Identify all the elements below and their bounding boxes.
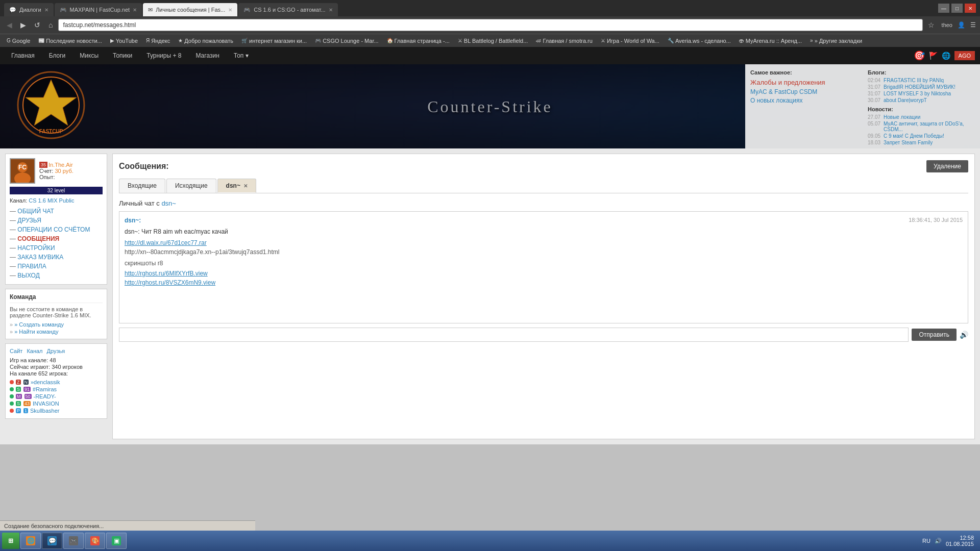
bookmark-star[interactable]: ☆ [928,21,935,29]
bookmark-item[interactable]: 🏎Главная / smotra.ru [532,37,596,45]
profile-icon[interactable]: 👤 [958,21,965,29]
bookmark-item[interactable]: GGoogle [3,37,34,45]
volume-icon[interactable]: 🔊 [935,538,942,544]
send-button[interactable]: Отправить [912,329,957,341]
bookmark-item[interactable]: 🏟MyArena.ru :: Аренд... [736,37,805,45]
bookmark-item[interactable]: »» Другие закладки [806,37,866,45]
complaints-link[interactable]: Жалобы и предложения [750,79,857,86]
sidebar-menu-item[interactable]: ОПЕРАЦИИ СО СЧЁТОМ [10,225,103,234]
sound-icon[interactable]: 🔊 [960,331,968,339]
taskbar-app-nvidia[interactable]: ▣ [106,533,127,549]
blog-link[interactable]: BrigadIR НОВЕЙШИЙ МУВИК! [884,84,955,90]
chat-link-4[interactable]: http://rghost.ru/8VSZX6mN9.view [125,279,963,286]
browser-tab-tab2[interactable]: 🎮MAXPAIN | FastCup.net✕ [55,3,142,16]
channel-panel-link[interactable]: Канал [27,348,42,354]
minimize-button[interactable]: — [938,4,949,13]
myac-link[interactable]: MyAC & FastCup CSDM [750,88,857,95]
chat-messages-box[interactable]: dsn~: 18:36:41, 30 Jul 2015 dsn~: Чит R8… [119,211,968,323]
news-link[interactable]: MyAC античит, защита от DDoS'а, CSDM... [884,121,975,132]
chat-input[interactable] [119,328,909,342]
bookmark-item[interactable]: ⚔Игра - World of Wa... [597,37,663,45]
bookmark-item[interactable]: 🏠Главная страница -... [383,37,453,45]
taskbar-app-paint[interactable]: 🎨 [85,533,105,549]
player-name[interactable]: #Ramiras [33,386,57,392]
sidebar-menu-link[interactable]: ОБЩИЙ ЧАТ [17,208,54,215]
blog-link[interactable]: FRAGTASTIC III by PANIq [884,78,944,83]
bookmark-item[interactable]: ▶YouTube [107,37,141,45]
tab-close-icon[interactable]: ✕ [44,7,48,13]
blog-link[interactable]: LOST MYSELF 3 by Niktоsha [884,91,951,96]
site-nav-item[interactable]: Турниры + 8 [140,49,187,62]
site-nav-item[interactable]: Миксы [74,49,105,62]
close-button[interactable]: ✕ [965,4,976,13]
site-nav-item[interactable]: Топ ▾ [228,49,255,62]
news-link[interactable]: С 9 мая! С Днем Победы! [884,133,944,139]
news-link[interactable]: Новые локации [884,114,920,120]
site-nav-item[interactable]: Топики [107,49,138,62]
bookmark-item[interactable]: 🔧Averia.ws - сделано... [664,37,734,45]
address-bar[interactable]: fastcup.net/messages.html [58,19,922,31]
home-button[interactable]: ⌂ [46,20,55,30]
sidebar-menu-item[interactable]: ДРУЗЬЯ [10,216,103,225]
tab-close-icon[interactable]: ✕ [228,7,232,13]
locations-link[interactable]: О новых локациях [750,97,857,104]
delete-button[interactable]: Удаление [926,160,968,172]
sidebar-menu-item[interactable]: ВЫХОД [10,271,103,280]
taskbar-app-cs[interactable]: 🎮 [63,533,84,549]
chat-partner-link[interactable]: dsn~ [161,199,176,207]
tab-close-icon[interactable]: ✕ [329,7,333,13]
sidebar-menu-item[interactable]: ОБЩИЙ ЧАТ [10,207,103,216]
browser-tab-tab1[interactable]: 💬Диалоги✕ [4,3,54,16]
sidebar-menu-link[interactable]: ЗАКАЗ МУВИКА [17,254,63,261]
bookmark-item[interactable]: 📰Последние новости... [35,37,106,45]
site-nav-item[interactable]: Магазин [189,49,225,62]
player-name[interactable]: Skullbasher [30,408,59,414]
news-link[interactable]: Запрет Steam Family [884,140,933,145]
taskbar-app-skype[interactable]: 💬 [42,533,62,549]
browser-tab-tab3[interactable]: ✉Личные сообщения | Fas...✕ [143,3,237,16]
tab-close-x[interactable]: ✕ [243,183,248,189]
sidebar-menu-item[interactable]: НАСТРОЙКИ [10,243,103,253]
menu-icon[interactable]: ☰ [970,21,976,29]
reload-button[interactable]: ↺ [32,20,43,30]
taskbar-app-explorer[interactable]: 🌐 [20,533,41,549]
sidebar-menu-link[interactable]: НАСТРОЙКИ [17,244,55,252]
cs-logo-icon[interactable]: 🎯 [914,50,925,61]
site-nav-item[interactable]: Блоги [43,49,72,62]
bookmark-item[interactable]: ЯЯндекс [142,37,174,45]
chat-link-1[interactable]: http://dl.waix.ru/67d1cec77.rar [125,239,963,246]
sidebar-menu-link[interactable]: ПРАВИЛА [17,263,46,270]
browser-tab-tab4[interactable]: 🎮CS 1.6 и CS:GO - автомат...✕ [238,3,337,16]
sidebar-menu-link[interactable]: ОПЕРАЦИИ СО СЧЁТОМ [17,226,90,233]
start-button[interactable]: ⊞ [2,533,19,549]
globe-icon[interactable]: 🌐 [942,52,950,60]
flag-icon[interactable]: 🚩 [929,52,938,60]
bookmark-item[interactable]: 🛒интернет магазин ки... [238,37,310,45]
login-button[interactable]: AGO [954,51,975,60]
message-tab-dsn[interactable]: dsn~✕ [217,179,256,193]
message-tab-[interactable]: Исходящие [166,179,216,193]
bookmark-item[interactable]: ★Добро пожаловать [175,37,237,45]
site-nav-item[interactable]: Главная [5,49,41,62]
score-value[interactable]: 30 руб. [55,168,73,174]
maximize-button[interactable]: □ [951,4,963,13]
channel-link[interactable]: CS 1.6 MIX Public [29,197,74,204]
forward-button[interactable]: ▶ [18,20,29,30]
player-name[interactable]: -READY- [34,393,56,399]
sidebar-menu-item[interactable]: СООБЩЕНИЯ [10,234,103,243]
sidebar-menu-item[interactable]: ЗАКАЗ МУВИКА [10,253,103,262]
tab-close-icon[interactable]: ✕ [133,7,137,13]
channel-panel-link[interactable]: Сайт [10,348,22,354]
sidebar-menu-item[interactable]: ПРАВИЛА [10,262,103,271]
sidebar-menu-link[interactable]: ДРУЗЬЯ [17,217,41,224]
sidebar-menu-link[interactable]: ВЫХОД [17,272,39,279]
player-name[interactable]: INVASION [33,400,59,407]
team-link[interactable]: » Создать команду [10,321,103,328]
message-tab-[interactable]: Входящие [119,179,165,193]
sidebar-menu-link[interactable]: СООБЩЕНИЯ [17,235,59,242]
back-button[interactable]: ◀ [4,20,15,30]
blog-link[interactable]: about Dare|woryрТ [884,97,927,103]
chat-link-3[interactable]: http://rghost.ru/6MIfXYrfB.view [125,270,963,277]
team-link[interactable]: » Найти команду [10,329,103,335]
player-name[interactable]: »denclassik [31,379,60,385]
